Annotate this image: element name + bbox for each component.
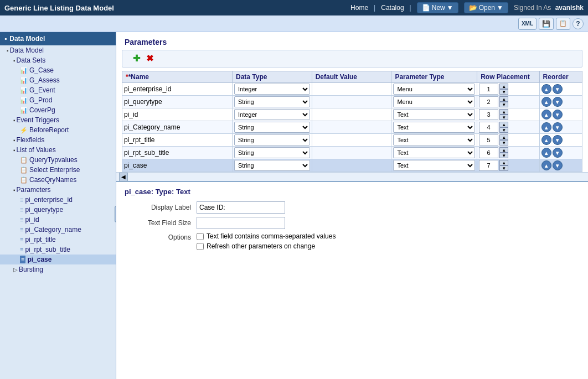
spinner-up-btn[interactable]: ▲ <box>499 109 508 115</box>
spinner-down-btn[interactable]: ▼ <box>499 127 508 133</box>
row-placement-input[interactable] <box>479 160 498 171</box>
reorder-down-btn[interactable]: ▼ <box>553 135 563 145</box>
reorder-down-btn[interactable]: ▼ <box>553 110 563 120</box>
toggle-flexfields-icon[interactable]: ▪ <box>13 137 16 143</box>
sidebar-item-case-qry-names[interactable]: 📋 CaseQryNames <box>0 175 116 185</box>
sidebar-toggle-icon[interactable]: ▪ <box>4 35 7 43</box>
toggle-lov-icon[interactable]: ▪ <box>13 147 16 153</box>
spinner-up-btn[interactable]: ▲ <box>499 84 508 89</box>
spinner-down-btn[interactable]: ▼ <box>499 102 508 107</box>
sidebar-item-pi-querytype[interactable]: ≡ pi_querytype <box>0 205 116 215</box>
table-row[interactable]: pi_rpt_titleIntegerStringFloatBooleanDat… <box>122 134 582 147</box>
table-row[interactable]: pi_enterprise_idIntegerStringFloatBoolea… <box>122 83 582 96</box>
sidebar-item-g-event[interactable]: 📊 G_Event <box>0 85 116 95</box>
table-row[interactable]: pi_rpt_sub_titleIntegerStringFloatBoolea… <box>122 147 582 159</box>
datatype-select[interactable]: IntegerStringFloatBooleanDate <box>234 160 310 171</box>
paramtype-select[interactable]: MenuTextDateBoolean <box>393 96 475 107</box>
datatype-select[interactable]: IntegerStringFloatBooleanDate <box>234 147 310 158</box>
sidebar-item-g-prod[interactable]: 📊 G_Prod <box>0 95 116 105</box>
sidebar-item-bursting[interactable]: ▷ Bursting <box>0 264 116 274</box>
table-row[interactable]: pi_caseIntegerStringFloatBooleanDateMenu… <box>122 159 582 172</box>
sidebar-item-data-sets[interactable]: ▪ Data Sets <box>0 55 116 65</box>
table-row[interactable]: pi_idIntegerStringFloatBooleanDateMenuTe… <box>122 108 582 121</box>
sidebar-item-pi-rpt-sub-title[interactable]: ≡ pi_rpt_sub_title <box>0 245 116 255</box>
sidebar-item-before-report[interactable]: ⚡ BeforeReport <box>0 125 116 135</box>
spinner-up-btn[interactable]: ▲ <box>499 122 508 127</box>
row-placement-input[interactable] <box>479 109 498 120</box>
reorder-up-btn[interactable]: ▲ <box>541 97 551 107</box>
spinner-down-btn[interactable]: ▼ <box>499 153 508 158</box>
reorder-up-btn[interactable]: ▲ <box>541 110 551 120</box>
row-placement-input[interactable] <box>479 134 498 146</box>
row-placement-input[interactable] <box>479 84 498 95</box>
sidebar-item-data-model[interactable]: ▪ Data Model <box>0 45 116 55</box>
reorder-down-btn[interactable]: ▼ <box>553 97 563 107</box>
text-field-size-input[interactable] <box>197 217 285 229</box>
sidebar-item-pi-enterprise-id[interactable]: ≡ pi_enterprise_id <box>0 195 116 205</box>
sidebar-item-g-case[interactable]: 📊 G_Case <box>0 65 116 75</box>
horizontal-scroll-bar[interactable]: ◀ <box>116 172 588 181</box>
reorder-down-btn[interactable]: ▼ <box>553 148 563 158</box>
table-row[interactable]: pi_querytypeIntegerStringFloatBooleanDat… <box>122 96 582 108</box>
reorder-up-btn[interactable]: ▲ <box>541 135 551 145</box>
home-link[interactable]: Home <box>350 4 368 12</box>
table-row[interactable]: pi_Category_nameIntegerStringFloatBoolea… <box>122 121 582 134</box>
sidebar-collapse-btn[interactable]: ◀ <box>115 206 116 222</box>
help-button[interactable]: ? <box>572 18 584 29</box>
sidebar-item-pi-category-name[interactable]: ≡ pi_Category_name <box>0 225 116 235</box>
sidebar-item-select-enterprise[interactable]: 📋 Select Enterprise <box>0 165 116 175</box>
save-as-button[interactable]: 📋 <box>556 18 570 30</box>
save-button[interactable]: 💾 <box>539 18 554 30</box>
toggle-bursting-icon[interactable]: ▷ <box>13 267 18 273</box>
sidebar-item-pi-id[interactable]: ≡ pi_id <box>0 215 116 225</box>
datatype-select[interactable]: IntegerStringFloatBooleanDate <box>234 134 310 146</box>
datatype-select[interactable]: IntegerStringFloatBooleanDate <box>234 109 310 120</box>
toggle-data-model-icon[interactable]: ▪ <box>7 48 9 54</box>
spinner-down-btn[interactable]: ▼ <box>499 115 508 120</box>
paramtype-select[interactable]: MenuTextDateBoolean <box>393 160 475 171</box>
sidebar-item-list-of-values[interactable]: ▪ List of Values <box>0 145 116 155</box>
spinner-down-btn[interactable]: ▼ <box>499 89 508 95</box>
reorder-down-btn[interactable]: ▼ <box>553 84 563 94</box>
delete-param-button[interactable]: ✖ <box>144 53 155 64</box>
add-param-button[interactable]: ✚ <box>131 53 142 64</box>
spinner-up-btn[interactable]: ▲ <box>499 96 508 102</box>
sidebar-item-pi-rpt-title[interactable]: ≡ pi_rpt_title <box>0 235 116 245</box>
toggle-parameters-icon[interactable]: ▪ <box>13 187 16 193</box>
sidebar-item-query-typ-values[interactable]: 📋 QueryTypvalues <box>0 155 116 165</box>
reorder-up-btn[interactable]: ▲ <box>541 122 551 132</box>
sidebar-item-g-assess[interactable]: 📊 G_Assess <box>0 75 116 85</box>
sidebar-item-parameters[interactable]: ▪ Parameters <box>0 185 116 195</box>
scroll-left-arrow[interactable]: ◀ <box>119 173 128 181</box>
datatype-select[interactable]: IntegerStringFloatBooleanDate <box>234 96 310 107</box>
new-button[interactable]: 📄 New ▼ <box>417 2 458 13</box>
spinner-up-btn[interactable]: ▲ <box>499 147 508 153</box>
spinner-up-btn[interactable]: ▲ <box>499 134 508 140</box>
reorder-down-btn[interactable]: ▼ <box>553 122 563 132</box>
open-button[interactable]: 📂 Open ▼ <box>464 2 508 13</box>
spinner-down-btn[interactable]: ▼ <box>499 140 508 146</box>
sidebar-item-flexfields[interactable]: ▪ Flexfields <box>0 135 116 145</box>
reorder-up-btn[interactable]: ▲ <box>541 84 551 94</box>
paramtype-select[interactable]: MenuTextDateBoolean <box>393 134 475 146</box>
toggle-event-triggers-icon[interactable]: ▪ <box>13 117 16 123</box>
xml-button[interactable]: XML <box>518 18 537 30</box>
spinner-down-btn[interactable]: ▼ <box>499 165 508 171</box>
reorder-up-btn[interactable]: ▲ <box>541 160 551 170</box>
row-placement-input[interactable] <box>479 147 498 158</box>
sidebar-item-pi-case[interactable]: ≡ pi_case <box>0 255 116 264</box>
reorder-down-btn[interactable]: ▼ <box>553 160 563 170</box>
option2-checkbox[interactable] <box>197 243 204 250</box>
row-placement-input[interactable] <box>479 122 498 133</box>
display-label-input[interactable] <box>197 201 285 214</box>
datatype-select[interactable]: IntegerStringFloatBooleanDate <box>234 122 310 133</box>
paramtype-select[interactable]: MenuTextDateBoolean <box>393 122 475 133</box>
sidebar-item-event-triggers[interactable]: ▪ Event Triggers <box>0 115 116 125</box>
row-placement-input[interactable] <box>479 96 498 107</box>
paramtype-select[interactable]: MenuTextDateBoolean <box>393 109 475 120</box>
toggle-data-sets-icon[interactable]: ▪ <box>13 58 16 64</box>
datatype-select[interactable]: IntegerStringFloatBooleanDate <box>234 84 310 95</box>
option1-checkbox[interactable] <box>197 233 204 240</box>
catalog-link[interactable]: Catalog <box>381 4 404 12</box>
spinner-up-btn[interactable]: ▲ <box>499 160 508 165</box>
